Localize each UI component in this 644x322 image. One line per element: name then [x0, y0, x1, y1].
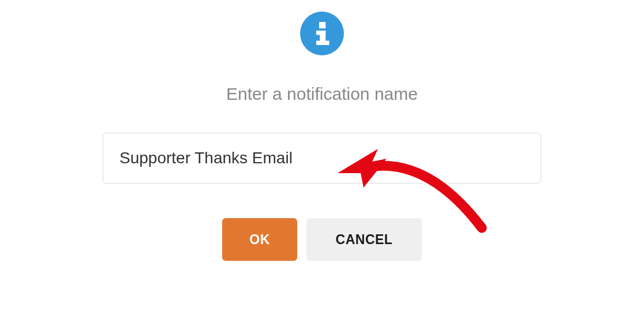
notification-name-input[interactable]: [103, 133, 541, 184]
svg-rect-2: [320, 31, 325, 42]
dialog-button-row: OK CANCEL: [222, 218, 422, 261]
cancel-button[interactable]: CANCEL: [306, 218, 422, 261]
svg-rect-0: [319, 22, 325, 28]
info-icon: [300, 12, 344, 55]
dialog-prompt: Enter a notification name: [226, 84, 418, 104]
ok-button[interactable]: OK: [222, 218, 297, 261]
svg-rect-3: [316, 41, 330, 46]
